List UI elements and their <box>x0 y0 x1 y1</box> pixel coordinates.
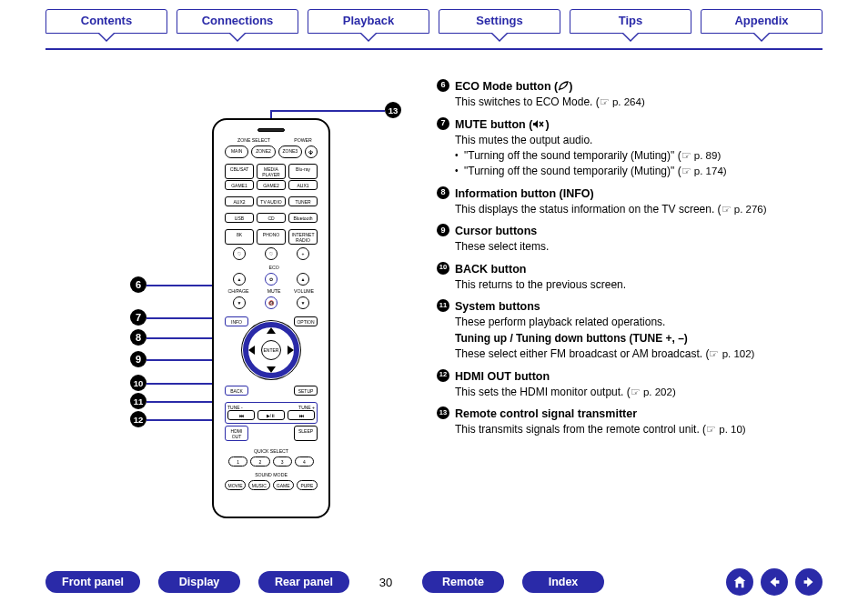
callout-line <box>146 359 212 361</box>
prev-icon[interactable] <box>761 568 788 596</box>
btn-display[interactable]: Display <box>158 571 240 593</box>
callout-6: 6 <box>130 276 146 293</box>
item-12: 12HDMI OUT button This sets the HDMI mon… <box>437 368 823 401</box>
callout-11: 11 <box>130 393 146 409</box>
item-10: 10BACK button This returns to the previo… <box>437 261 823 294</box>
next-icon[interactable] <box>795 568 823 596</box>
item-8: 8Information button (INFO) This displays… <box>437 186 823 218</box>
callout-13: 13 <box>385 102 401 118</box>
top-nav: Contents Connections Playback Settings T… <box>0 0 868 37</box>
tab-connections[interactable]: Connections <box>177 9 298 34</box>
item-7: 7MUTE button () This mutes the output au… <box>437 116 823 180</box>
callout-9: 9 <box>130 351 146 367</box>
bottom-nav: Front panel Display Rear panel 30 Remote… <box>45 568 823 596</box>
tab-appendix[interactable]: Appendix <box>701 9 823 34</box>
btn-rear-panel[interactable]: Rear panel <box>258 571 349 593</box>
mute-icon <box>532 119 545 129</box>
item-6: 6ECO Mode button () This switches to ECO… <box>437 78 823 111</box>
home-icon[interactable] <box>726 568 753 596</box>
callout-7: 7 <box>130 309 146 326</box>
main-content: 13 6 7 8 9 10 11 12 ZO <box>0 47 868 557</box>
tab-contents[interactable]: Contents <box>45 9 167 34</box>
leaf-icon <box>558 81 569 91</box>
callout-8: 8 <box>130 329 146 346</box>
callout-10: 10 <box>130 375 146 391</box>
descriptions: 6ECO Mode button () This switches to ECO… <box>437 78 823 444</box>
item-11: 11System buttons These perform playback … <box>437 298 823 362</box>
item-13: 13Remote control signal transmitter This… <box>437 406 823 438</box>
callout-line <box>146 337 216 339</box>
callout-line <box>146 317 219 319</box>
tab-tips[interactable]: Tips <box>570 9 691 34</box>
btn-remote[interactable]: Remote <box>422 571 504 593</box>
tab-settings[interactable]: Settings <box>439 9 560 34</box>
btn-index[interactable]: Index <box>522 571 604 593</box>
tab-playback[interactable]: Playback <box>308 9 429 34</box>
btn-front-panel[interactable]: Front panel <box>45 571 140 593</box>
item-9: 9Cursor buttons These select items. <box>437 223 823 256</box>
remote-body: ZONE SELECT POWER MAINZONE2ZONE3⏻ CBL/SA… <box>212 118 330 518</box>
dpad: ENTER <box>241 320 301 380</box>
callout-line <box>270 110 385 112</box>
callout-12: 12 <box>130 411 146 427</box>
nav-icons <box>726 568 823 596</box>
page-number: 30 <box>368 576 404 589</box>
